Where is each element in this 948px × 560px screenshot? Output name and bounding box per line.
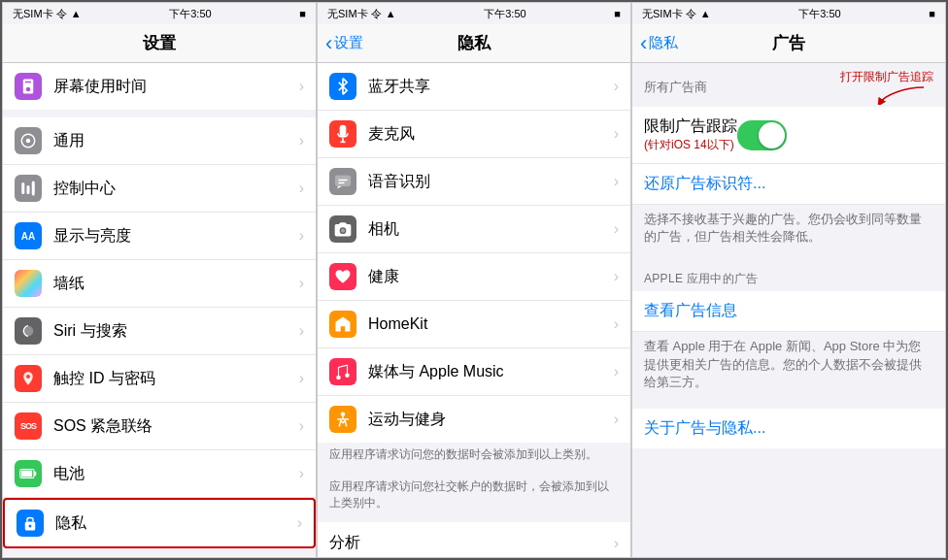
chevron-fitness (614, 411, 619, 428)
reset-link[interactable]: 还原广告标识符... (644, 175, 765, 191)
annotation-row: 所有广告商 打开限制广告追踪 (644, 69, 933, 105)
list-item-homekit[interactable]: HomeKit (318, 301, 630, 348)
nav-title-2: 隐私 (457, 32, 491, 54)
chevron-siri (299, 322, 304, 340)
list-item-siri[interactable]: Siri 与搜索 (3, 308, 316, 355)
privacy-link-row[interactable]: 关于广告与隐私... (632, 409, 945, 448)
list-item-sos[interactable]: SOS SOS 紧急联络 (3, 403, 316, 450)
chevron-camera (614, 220, 619, 238)
icon-fitness (329, 406, 356, 433)
section-extra: 分析 广告 (318, 522, 630, 557)
svg-point-27 (345, 374, 350, 379)
icon-bluetooth (329, 73, 356, 100)
svg-rect-5 (21, 182, 24, 194)
chevron-screentime (299, 78, 304, 95)
note-2: 应用程序请求访问您社交帐户的数据时，会被添加到以上类别中。 (318, 475, 630, 515)
status-right-1: ■ (299, 8, 306, 19)
label-privacy: 隐私 (55, 513, 293, 534)
wifi-icon-3: ▲ (700, 8, 711, 19)
chevron-battery (299, 465, 304, 482)
chevron-mic (614, 125, 619, 143)
icon-display: AA (15, 222, 42, 249)
ad-description: 选择不接收基于兴趣的广告。您仍会收到同等数量的广告，但广告相关性会降低。 (632, 205, 945, 255)
annotation-area: 所有广告商 打开限制广告追踪 (632, 63, 945, 107)
list-item-general[interactable]: 通用 (3, 117, 316, 165)
svg-point-2 (26, 87, 31, 92)
limit-ads-label: 限制广告跟踪 (644, 116, 737, 137)
time-3: 下午3:50 (798, 7, 840, 21)
list-item-fitness[interactable]: 运动与健身 (318, 396, 630, 443)
list-item-media[interactable]: 媒体与 Apple Music (318, 348, 630, 396)
label-homekit: HomeKit (368, 315, 610, 333)
label-display: 显示与亮度 (53, 226, 295, 247)
list-item-analytics[interactable]: 分析 (318, 522, 630, 557)
list-item-bluetooth[interactable]: 蓝牙共享 (318, 63, 630, 111)
list-item-display[interactable]: AA 显示与亮度 (3, 213, 316, 260)
chevron-wallpaper (299, 275, 304, 292)
svg-point-14 (29, 525, 32, 528)
icon-control (15, 175, 42, 202)
nav-bar-3: 隐私 广告 (632, 24, 945, 63)
view-ads-link[interactable]: 查看广告信息 (644, 302, 737, 318)
list-item-camera[interactable]: 相机 (318, 206, 630, 253)
view-ads-row[interactable]: 查看广告信息 (632, 291, 945, 332)
label-bluetooth: 蓝牙共享 (368, 77, 610, 97)
settings-scroll[interactable]: 屏幕使用时间 通用 控制中心 (3, 63, 316, 557)
divider-1 (3, 110, 316, 117)
reset-link-row[interactable]: 还原广告标识符... (632, 164, 945, 205)
list-item-control[interactable]: 控制中心 (3, 165, 316, 213)
chevron-privacy (297, 514, 302, 532)
privacy-scroll[interactable]: 蓝牙共享 麦克风 语音识别 (318, 63, 630, 557)
section-screentime: 屏幕使用时间 (3, 63, 316, 110)
svg-point-4 (26, 139, 31, 144)
list-item-wallpaper[interactable]: 墙纸 (3, 260, 316, 308)
svg-point-26 (336, 376, 341, 380)
divider-2 (3, 548, 316, 556)
list-item-itunes[interactable]: iTunes Store 与 App Store (3, 556, 316, 557)
list-item-health[interactable]: 健康 (318, 253, 630, 301)
annotation-block: 打开限制广告追踪 (840, 69, 933, 105)
section-limit-tracking: 限制广告跟踪 (针对iOS 14以下) (632, 107, 945, 164)
icon-siri (15, 317, 42, 345)
label-touchid: 触控 ID 与密码 (53, 369, 295, 389)
battery-2: ■ (614, 8, 621, 19)
chevron-media (614, 363, 619, 380)
chevron-sos (299, 417, 304, 435)
list-item-speech[interactable]: 语音识别 (318, 158, 630, 206)
icon-general (15, 127, 42, 154)
battery-1: ■ (299, 8, 306, 19)
time-2: 下午3:50 (484, 7, 525, 21)
chevron-bluetooth (614, 78, 619, 95)
apple-section-title: APPLE 应用中的广告 (632, 263, 945, 291)
svg-rect-1 (25, 82, 31, 83)
divider-6 (632, 401, 945, 409)
ad-scroll[interactable]: 所有广告商 打开限制广告追踪 (632, 63, 945, 557)
list-item-mic[interactable]: 麦克风 (318, 111, 630, 158)
nav-back-3[interactable]: 隐私 (640, 33, 678, 54)
battery-3: ■ (929, 8, 935, 19)
list-item-privacy[interactable]: 隐私 (3, 498, 316, 548)
nav-back-2[interactable]: 设置 (325, 33, 363, 54)
privacy-link[interactable]: 关于广告与隐私... (644, 419, 765, 436)
list-item-screentime[interactable]: 屏幕使用时间 (3, 63, 316, 110)
chevron-health (614, 268, 619, 285)
label-battery: 电池 (53, 464, 295, 484)
icon-health (329, 263, 356, 290)
status-right-3: ■ (929, 8, 935, 19)
icon-media (329, 358, 356, 385)
icon-homekit (329, 311, 356, 338)
list-item-battery[interactable]: 电池 (3, 450, 316, 498)
icon-privacy (17, 510, 44, 537)
main-container: 无SIM卡 令 ▲ 下午3:50 ■ 设置 屏幕使用时间 (0, 0, 948, 560)
label-siri: Siri 与搜索 (53, 321, 295, 342)
chevron-speech (614, 173, 619, 190)
chevron-homekit (614, 315, 619, 333)
panel-settings: 无SIM卡 令 ▲ 下午3:50 ■ 设置 屏幕使用时间 (2, 2, 317, 558)
divider-4 (318, 514, 630, 522)
list-item-touchid[interactable]: 触控 ID 与密码 (3, 355, 316, 403)
status-bar-3: 无SIM卡 令 ▲ 下午3:50 ■ (632, 3, 945, 24)
label-sos: SOS 紧急联络 (53, 416, 295, 437)
toggle-switch-limit-ads[interactable] (737, 120, 787, 150)
wifi-icon-2: ▲ (386, 8, 396, 19)
toggle-limit-ads: 限制广告跟踪 (针对iOS 14以下) (632, 107, 945, 164)
